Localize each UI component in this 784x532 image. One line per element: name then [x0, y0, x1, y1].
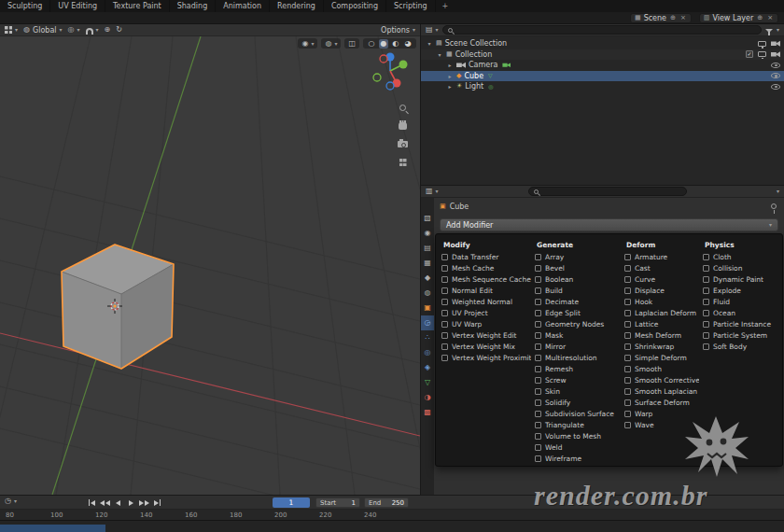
modifier-menu-item[interactable]: Armature: [624, 251, 699, 262]
editor-type-button[interactable]: ▾: [5, 26, 18, 34]
modifier-menu-item[interactable]: Decimate: [535, 296, 621, 307]
properties-search-field[interactable]: [528, 187, 687, 196]
filter-icon[interactable]: [765, 29, 773, 33]
prev-keyframe-button[interactable]: [99, 497, 111, 508]
modifier-menu-item[interactable]: Smooth Laplacian: [624, 385, 699, 397]
workspace-tab[interactable]: UV Editing: [50, 0, 105, 12]
properties-tab[interactable]: ◍: [421, 286, 434, 301]
render-visibility-icon[interactable]: [771, 51, 780, 58]
modifier-menu-item[interactable]: Triangulate: [535, 419, 621, 430]
play-button[interactable]: [125, 497, 137, 508]
modifier-menu-item[interactable]: Laplacian Deform: [624, 307, 699, 318]
hide-in-viewport-icon[interactable]: [771, 73, 780, 78]
modifier-menu-item[interactable]: Build: [535, 285, 621, 296]
viewport-3d[interactable]: ▾ ◍ Global ▾ ◎ ▾ ▾ ⊕ ↻ Options ▾: [0, 24, 420, 495]
properties-tab[interactable]: ◶: [421, 315, 434, 330]
modifier-menu-item[interactable]: Vertex Weight Edit: [441, 329, 531, 341]
zoom-icon[interactable]: [399, 105, 406, 111]
collection-checkbox[interactable]: ✓: [746, 50, 753, 58]
properties-tab[interactable]: ◆: [421, 271, 434, 286]
disclosure-open-icon[interactable]: ▾: [426, 40, 433, 47]
modifier-menu-item[interactable]: Skin: [535, 385, 621, 397]
properties-tab[interactable]: ◎: [421, 345, 434, 360]
properties-tab[interactable]: ▧: [421, 211, 434, 226]
ruler-tick[interactable]: 220: [319, 511, 364, 519]
modifier-menu-item[interactable]: Lattice: [624, 318, 699, 329]
ruler-tick[interactable]: 140: [140, 511, 185, 519]
options-dropdown[interactable]: Options ▾: [381, 26, 415, 35]
properties-tab[interactable]: ▩: [421, 405, 434, 420]
ruler-tick[interactable]: 80: [6, 511, 50, 519]
modifier-menu-item[interactable]: Particle Instance: [703, 318, 777, 329]
modifier-menu-item[interactable]: Mesh Deform: [624, 329, 699, 341]
disclosure-open-icon[interactable]: ▾: [436, 51, 443, 58]
modifier-menu-item[interactable]: Surface Deform: [624, 397, 699, 408]
modifier-menu-item[interactable]: Smooth Corrective: [624, 374, 699, 385]
viewport-display-icon[interactable]: [758, 41, 766, 47]
modifier-menu-item[interactable]: Bevel: [535, 262, 621, 273]
modifier-menu-item[interactable]: Remesh: [535, 363, 621, 374]
modifier-menu-item[interactable]: Cloth: [703, 251, 777, 262]
modifier-menu-item[interactable]: Solidify: [535, 397, 621, 408]
shading-mode-button[interactable]: ●: [379, 39, 388, 49]
hide-in-viewport-icon[interactable]: [771, 84, 780, 90]
ruler-tick[interactable]: 120: [95, 511, 140, 519]
ortho-toggle-icon[interactable]: [399, 159, 407, 166]
properties-tab[interactable]: ▽: [421, 375, 434, 390]
modifier-menu-item[interactable]: Normal Edit: [441, 285, 531, 296]
pin-icon[interactable]: [771, 203, 777, 209]
show-gizmo-button[interactable]: ◉ ▾: [298, 38, 317, 49]
modifier-menu-item[interactable]: Mesh Sequence Cache: [441, 273, 531, 285]
workspace-tab[interactable]: Scripting: [386, 0, 436, 12]
properties-tab[interactable]: ▦: [421, 256, 434, 271]
modifier-menu-item[interactable]: Geometry Nodes: [535, 318, 621, 329]
shading-mode-button[interactable]: ○: [367, 39, 376, 49]
transform-orientation-dropdown[interactable]: ◍ Global ▾: [23, 26, 63, 35]
proportional-editing-button[interactable]: ◎ ▾: [68, 26, 80, 34]
outliner-editor-type-button[interactable]: ▤ ▾: [426, 26, 439, 34]
disclosure-closed-icon[interactable]: ▸: [446, 83, 454, 90]
hide-in-viewport-icon[interactable]: [771, 63, 780, 68]
workspace-tab[interactable]: Rendering: [270, 0, 324, 12]
axis-y-handle[interactable]: [399, 61, 408, 69]
frame-start-field[interactable]: Start 1: [315, 497, 360, 508]
outliner-row-collection[interactable]: ▾ ▦ Collection ✓: [421, 49, 784, 61]
modifier-menu-item[interactable]: Mask: [535, 329, 621, 341]
current-frame-field[interactable]: 1: [273, 497, 310, 508]
view-layer-selector[interactable]: ▥ View Layer ⊕ ×: [699, 13, 778, 23]
properties-tab[interactable]: ◑: [421, 390, 434, 405]
add-workspace-button[interactable]: +: [436, 0, 455, 12]
modifier-menu-item[interactable]: Cast: [624, 262, 699, 273]
modifier-menu-item[interactable]: Mirror: [535, 341, 621, 352]
modifier-menu-item[interactable]: Weld: [535, 441, 621, 453]
frame-end-field[interactable]: End 250: [364, 497, 409, 508]
jump-to-start-button[interactable]: [86, 497, 98, 508]
properties-tab[interactable]: ◉: [421, 226, 434, 241]
axis-x-neg-handle[interactable]: [380, 55, 387, 63]
ruler-tick[interactable]: 100: [50, 511, 95, 519]
modifier-menu-item[interactable]: UV Project: [441, 307, 531, 318]
outliner-row-camera[interactable]: ▸ Camera: [421, 60, 784, 71]
shading-mode-button[interactable]: ◕: [403, 39, 413, 49]
properties-editor-type-button[interactable]: ▥ ▾: [426, 188, 439, 195]
outliner-row-cube[interactable]: ▸ ◆ Cube ▽: [421, 71, 784, 82]
next-keyframe-button[interactable]: [138, 497, 150, 508]
workspace-tab[interactable]: Texture Paint: [105, 0, 170, 12]
modifier-menu-item[interactable]: Volume to Mesh: [535, 430, 621, 441]
modifier-menu-item[interactable]: Explode: [703, 285, 777, 296]
modifier-menu-item[interactable]: Edge Split: [535, 307, 621, 318]
modifier-menu-item[interactable]: Boolean: [535, 273, 621, 285]
3d-scene[interactable]: [0, 36, 420, 495]
modifier-menu-item[interactable]: Ocean: [703, 307, 777, 318]
modifier-menu-item[interactable]: Fluid: [703, 296, 777, 307]
modifier-menu-item[interactable]: Weighted Normal: [441, 296, 531, 307]
properties-tab[interactable]: ∴: [421, 330, 434, 345]
modifier-menu-item[interactable]: Dynamic Paint: [703, 273, 777, 285]
properties-tab[interactable]: ◈: [421, 360, 434, 375]
ruler-tick[interactable]: 160: [185, 511, 230, 519]
modifier-menu-item[interactable]: Hook: [624, 296, 699, 307]
disclosure-closed-icon[interactable]: ▸: [446, 62, 454, 68]
axis-z-neg-handle[interactable]: [386, 82, 394, 90]
pan-hand-icon[interactable]: [399, 122, 407, 130]
workspace-tab[interactable]: Compositing: [324, 0, 386, 12]
